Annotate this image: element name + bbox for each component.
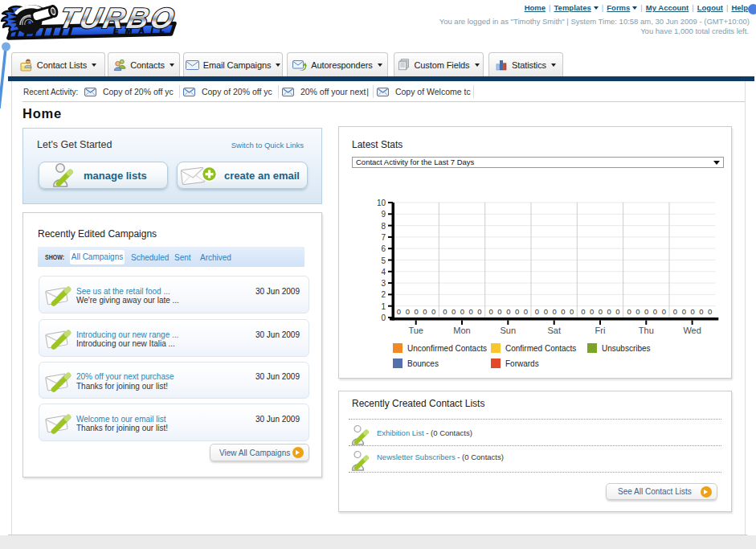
svg-text:0: 0 (381, 313, 386, 322)
svg-text:0: 0 (699, 307, 703, 316)
svg-text:Sat: Sat (547, 326, 561, 335)
svg-text:0: 0 (506, 307, 510, 316)
svg-text:0: 0 (397, 307, 401, 316)
svg-text:Wed: Wed (683, 326, 701, 335)
svg-text:Fri: Fri (595, 326, 606, 335)
svg-text:0: 0 (708, 307, 712, 316)
svg-text:0: 0 (497, 307, 501, 316)
svg-text:Thu: Thu (639, 326, 654, 335)
svg-text:TURBO: TURBO (56, 2, 180, 35)
svg-text:2: 2 (381, 290, 386, 299)
svg-text:7: 7 (381, 233, 386, 242)
svg-text:3: 3 (381, 279, 386, 288)
svg-text:0: 0 (552, 307, 556, 316)
svg-text:8: 8 (381, 222, 386, 231)
svg-text:4: 4 (381, 268, 386, 277)
svg-text:0: 0 (673, 307, 677, 316)
svg-text:0: 0 (644, 307, 648, 316)
svg-text:0: 0 (469, 307, 473, 316)
svg-text:9: 9 (381, 210, 386, 219)
svg-text:0: 0 (653, 307, 657, 316)
svg-text:0: 0 (581, 307, 585, 316)
svg-text:0: 0 (690, 307, 694, 316)
svg-text:0: 0 (662, 307, 666, 316)
svg-text:0: 0 (414, 307, 418, 316)
svg-text:0: 0 (627, 307, 631, 316)
svg-text:1: 1 (381, 302, 386, 311)
svg-text:0: 0 (406, 307, 410, 316)
svg-text:Tue: Tue (408, 326, 423, 335)
svg-text:0: 0 (561, 307, 565, 316)
svg-text:10: 10 (377, 199, 386, 207)
svg-text:0: 0 (515, 307, 519, 316)
svg-text:0: 0 (544, 307, 548, 316)
svg-text:0: 0 (477, 307, 481, 316)
svg-text:0: 0 (452, 307, 456, 316)
svg-text:0: 0 (489, 307, 493, 316)
svg-text:Mon: Mon (453, 326, 470, 335)
svg-text:0: 0 (599, 307, 603, 316)
svg-text:0: 0 (682, 307, 686, 316)
svg-text:0: 0 (460, 307, 464, 316)
svg-text:0: 0 (635, 307, 640, 316)
svg-text:Sun: Sun (501, 326, 517, 335)
svg-text:0: 0 (590, 307, 594, 316)
svg-text:0: 0 (570, 307, 574, 316)
svg-text:5: 5 (381, 256, 386, 265)
svg-text:6: 6 (381, 244, 386, 253)
svg-text:0: 0 (535, 307, 539, 316)
svg-text:0: 0 (607, 307, 611, 316)
svg-text:0: 0 (524, 307, 528, 316)
svg-text:0: 0 (431, 307, 435, 316)
svg-text:0: 0 (423, 307, 427, 316)
svg-text:0: 0 (615, 307, 619, 316)
svg-text:0: 0 (443, 307, 447, 316)
